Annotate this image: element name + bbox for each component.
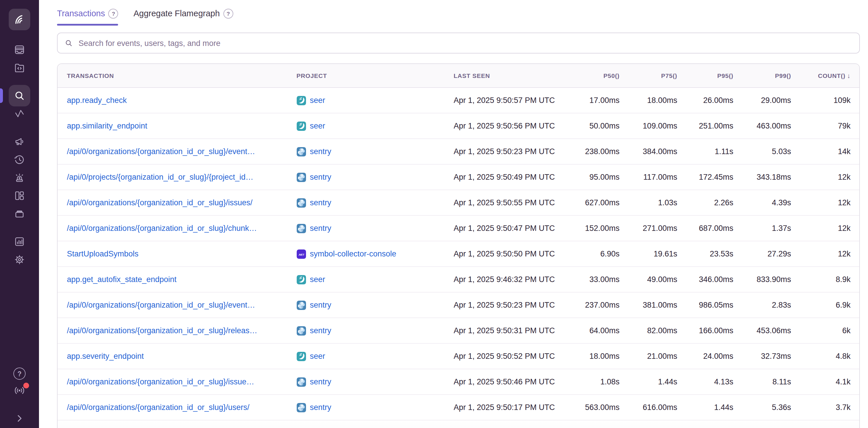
- table-row: app.ready_check seerApr 1, 2025 9:50:57 …: [58, 88, 859, 113]
- transaction-link[interactable]: /api/0/organizations/{organization_id_or…: [67, 198, 252, 207]
- transaction-link[interactable]: /api/0/organizations/{organization_id_or…: [67, 377, 254, 386]
- sidebar-nav: [0, 41, 39, 269]
- table-row: /api/0/projects/{organization_id_or_slug…: [58, 164, 859, 190]
- help-circle-icon: ?: [13, 367, 26, 380]
- transaction-link[interactable]: /api/0/organizations/{organization_id_or…: [67, 224, 257, 233]
- sentry-logo-button[interactable]: [9, 9, 30, 30]
- project-link[interactable]: sentry: [310, 326, 331, 335]
- bar-chart-icon: [13, 235, 26, 248]
- siren-icon: [13, 171, 26, 184]
- project-link[interactable]: sentry: [310, 198, 331, 207]
- project-link[interactable]: sentry: [310, 377, 331, 386]
- help-icon[interactable]: ?: [223, 8, 233, 18]
- p95-value: 166.00ms: [694, 326, 750, 335]
- p95-value: 26.00ms: [694, 96, 750, 105]
- p95-value: 4.13s: [694, 377, 750, 386]
- sidebar-item-feedback[interactable]: [9, 133, 30, 151]
- last-seen-value: Apr 1, 2025 9:50:23 PM UTC: [454, 147, 578, 156]
- help-icon[interactable]: ?: [108, 8, 118, 18]
- table-header: TRANSACTIONPROJECTLAST SEENP50()P75()P95…: [58, 64, 859, 88]
- p50-value: 237.00ms: [578, 301, 637, 309]
- sidebar-item-releases[interactable]: [9, 205, 30, 223]
- sidebar-item-settings[interactable]: [9, 251, 30, 269]
- column-header-p95[interactable]: P95(): [694, 72, 750, 79]
- zigzag-chart-icon: [13, 107, 26, 120]
- project-link[interactable]: seer: [310, 96, 325, 105]
- tab-aggregate-flamegraph-label: Aggregate Flamegraph: [133, 9, 220, 18]
- column-header-p50[interactable]: P50(): [578, 72, 637, 79]
- dotnet-project-icon: .NET: [297, 249, 306, 259]
- column-header-transaction[interactable]: TRANSACTION: [58, 72, 297, 79]
- python-project-icon: [297, 403, 306, 412]
- transaction-link[interactable]: /api/0/organizations/{organization_id_or…: [67, 301, 255, 309]
- p75-value: 109.00ms: [637, 122, 694, 130]
- gear-icon: [13, 254, 26, 266]
- sidebar-item-explore[interactable]: [9, 85, 30, 106]
- project-link[interactable]: sentry: [310, 301, 331, 309]
- search-input[interactable]: [78, 38, 852, 48]
- p75-value: 616.00ms: [637, 403, 694, 412]
- transaction-link[interactable]: /api/0/organizations/{organization_id_or…: [67, 326, 257, 335]
- last-seen-value: Apr 1, 2025 9:50:55 PM UTC: [454, 198, 578, 207]
- p95-value: 2.26s: [694, 198, 750, 207]
- tab-transactions[interactable]: Transactions ?: [57, 6, 118, 21]
- search-icon: [13, 90, 26, 102]
- chevron-right-icon: [13, 412, 26, 425]
- tab-aggregate-flamegraph[interactable]: Aggregate Flamegraph ?: [133, 6, 233, 21]
- project-link[interactable]: symbol-collector-console: [310, 250, 396, 258]
- transaction-link[interactable]: app.similarity_endpoint: [67, 122, 147, 130]
- p99-value: 463.00ms: [750, 122, 808, 130]
- project-link[interactable]: seer: [310, 275, 325, 284]
- count-value: 4.1k: [808, 377, 860, 386]
- help-button[interactable]: ?: [9, 365, 30, 382]
- p99-value: 32.73ms: [750, 352, 808, 361]
- transaction-link[interactable]: StartUploadSymbols: [67, 250, 138, 258]
- transaction-link[interactable]: app.get_autofix_state_endpoint: [67, 275, 177, 284]
- column-header-p99[interactable]: P99(): [750, 72, 808, 79]
- sidebar-item-alerts[interactable]: [9, 169, 30, 187]
- last-seen-value: Apr 1, 2025 9:50:46 PM UTC: [454, 377, 578, 386]
- sidebar-item-projects[interactable]: [9, 59, 30, 77]
- p99-value: 453.06ms: [750, 326, 808, 335]
- table-row: StartUploadSymbols .NETsymbol-collector-…: [58, 241, 859, 266]
- transaction-link[interactable]: app.severity_endpoint: [67, 352, 144, 361]
- p50-value: 1.08s: [578, 377, 637, 386]
- sidebar-collapse-button[interactable]: [9, 410, 30, 427]
- seer-project-icon: [297, 275, 306, 284]
- notification-dot: [23, 383, 29, 389]
- column-header-project[interactable]: PROJECT: [297, 72, 454, 79]
- project-link[interactable]: sentry: [310, 173, 331, 182]
- project-link[interactable]: sentry: [310, 224, 331, 233]
- last-seen-value: Apr 1, 2025 9:50:17 PM UTC: [454, 403, 578, 412]
- transaction-link[interactable]: /api/0/organizations/{organization_id_or…: [67, 403, 249, 412]
- p95-value: 986.05ms: [694, 301, 750, 309]
- issues-inbox-icon: [13, 44, 26, 56]
- sidebar-item-issues[interactable]: [9, 41, 30, 59]
- search-bar: [57, 33, 860, 54]
- sidebar-item-replays[interactable]: [9, 151, 30, 169]
- last-seen-value: Apr 1, 2025 9:50:56 PM UTC: [454, 122, 578, 130]
- project-link[interactable]: sentry: [310, 147, 331, 156]
- p99-value: 1.37s: [750, 224, 808, 233]
- sidebar-item-performance[interactable]: [9, 105, 30, 123]
- sidebar-item-dashboards[interactable]: [9, 187, 30, 205]
- transaction-link[interactable]: /api/0/organizations/{organization_id_or…: [67, 147, 255, 156]
- column-header-count[interactable]: COUNT()↓: [808, 72, 860, 79]
- project-link[interactable]: seer: [310, 122, 325, 130]
- python-project-icon: [297, 300, 306, 310]
- column-header-last-seen[interactable]: LAST SEEN: [454, 72, 578, 79]
- transaction-link[interactable]: /api/0/projects/{organization_id_or_slug…: [67, 173, 253, 182]
- column-header-p75[interactable]: P75(): [637, 72, 694, 79]
- sidebar-item-stats[interactable]: [9, 233, 30, 251]
- p99-value: 5.36s: [750, 403, 808, 412]
- table-row: /api/0/organizations/{organization_id_or…: [58, 215, 859, 241]
- p75-value: 19.61s: [637, 250, 694, 258]
- project-link[interactable]: sentry: [310, 403, 331, 412]
- last-seen-value: Apr 1, 2025 9:50:31 PM UTC: [454, 326, 578, 335]
- p99-value: 29.00ms: [750, 96, 808, 105]
- p99-value: 4.39s: [750, 198, 808, 207]
- whats-new-button[interactable]: [9, 382, 30, 399]
- p50-value: 6.90s: [578, 250, 637, 258]
- transaction-link[interactable]: app.ready_check: [67, 96, 127, 105]
- project-link[interactable]: seer: [310, 352, 325, 361]
